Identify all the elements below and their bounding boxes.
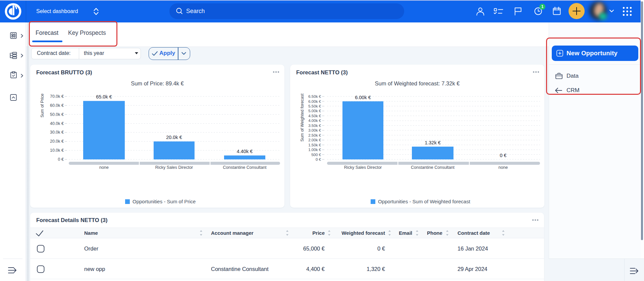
- svg-text:50.0k €: 50.0k €: [50, 112, 64, 117]
- svg-text:6.00k €: 6.00k €: [355, 95, 371, 100]
- svg-text:10.0k €: 10.0k €: [50, 148, 64, 153]
- svg-text:20.0k €: 20.0k €: [166, 135, 182, 140]
- svg-text:Constantine Consultant: Constantine Consultant: [211, 266, 269, 272]
- svg-text:Name: Name: [84, 230, 98, 236]
- svg-text:Order: Order: [84, 245, 99, 252]
- svg-text:2.50k €: 2.50k €: [308, 133, 321, 137]
- svg-text:Ricky Sales Director: Ricky Sales Director: [155, 165, 193, 170]
- svg-text:65.0k €: 65.0k €: [96, 94, 112, 99]
- svg-text:20.0k €: 20.0k €: [50, 139, 64, 144]
- svg-text:4.00k €: 4.00k €: [308, 119, 321, 123]
- svg-text:6.00k €: 6.00k €: [308, 99, 321, 103]
- svg-text:Opportunities - Sum of Weighte: Opportunities - Sum of Weighted forecast: [378, 199, 471, 204]
- svg-text:6.50k €: 6.50k €: [308, 94, 321, 98]
- svg-text:30.0k €: 30.0k €: [50, 130, 64, 135]
- svg-text:1.32k €: 1.32k €: [425, 140, 441, 145]
- svg-text:Sum of Weighted forecast: Sum of Weighted forecast: [300, 93, 305, 142]
- svg-text:4.50k €: 4.50k €: [308, 114, 321, 118]
- svg-text:Sum of Price: Sum of Price: [40, 93, 45, 118]
- svg-text:0 €: 0 €: [58, 157, 64, 162]
- svg-text:Phone: Phone: [427, 230, 442, 236]
- svg-text:Email: Email: [399, 230, 412, 236]
- svg-text:2.00k €: 2.00k €: [308, 138, 321, 142]
- svg-text:Forecast NETTO (3): Forecast NETTO (3): [296, 69, 348, 75]
- svg-text:5.00k €: 5.00k €: [308, 109, 321, 113]
- svg-text:1,320 €: 1,320 €: [367, 266, 385, 272]
- svg-text:3.00k €: 3.00k €: [308, 128, 321, 132]
- svg-text:1.00k €: 1.00k €: [308, 148, 321, 152]
- svg-text:65,000 €: 65,000 €: [303, 245, 325, 252]
- svg-text:Sum of Price: 89.4k €: Sum of Price: 89.4k €: [131, 80, 184, 86]
- svg-text:Ricky Sales Director: Ricky Sales Director: [344, 165, 382, 170]
- svg-text:new opp: new opp: [84, 266, 105, 272]
- svg-text:none: none: [498, 165, 508, 170]
- svg-text:none: none: [99, 165, 109, 170]
- svg-text:0 €: 0 €: [377, 245, 385, 252]
- svg-text:Price: Price: [312, 230, 325, 236]
- svg-text:4.40k €: 4.40k €: [237, 149, 253, 154]
- svg-text:5.50k €: 5.50k €: [308, 104, 321, 108]
- svg-text:Sum of Weighted forecast: 7.32: Sum of Weighted forecast: 7.32k €: [375, 80, 460, 86]
- svg-text:Forecast BRUTTO (3): Forecast BRUTTO (3): [36, 69, 92, 75]
- svg-text:4,400 €: 4,400 €: [306, 266, 325, 272]
- svg-text:29 Apr 2024: 29 Apr 2024: [458, 266, 487, 272]
- svg-text:Weighted forecast: Weighted forecast: [341, 230, 385, 236]
- svg-text:1.50k €: 1.50k €: [308, 143, 321, 147]
- svg-text:Forecast Details NETTO (3): Forecast Details NETTO (3): [36, 217, 107, 223]
- svg-text:16 Jan 2024: 16 Jan 2024: [458, 245, 488, 252]
- svg-text:70.0k €: 70.0k €: [50, 94, 64, 99]
- svg-text:Opportunities - Sum of Price: Opportunities - Sum of Price: [132, 199, 196, 204]
- svg-text:Account manager: Account manager: [211, 230, 254, 236]
- svg-text:60.0k €: 60.0k €: [50, 103, 64, 108]
- svg-text:3.50k €: 3.50k €: [308, 124, 321, 128]
- svg-text:Constantine Consultant: Constantine Consultant: [411, 165, 454, 170]
- svg-text:500 €: 500 €: [311, 153, 321, 157]
- svg-text:0 €: 0 €: [500, 153, 506, 158]
- svg-text:0 €: 0 €: [316, 157, 321, 161]
- svg-text:Contract date: Contract date: [458, 230, 490, 236]
- svg-text:Constantine Consultant: Constantine Consultant: [223, 165, 267, 170]
- svg-text:40.0k €: 40.0k €: [50, 121, 64, 126]
